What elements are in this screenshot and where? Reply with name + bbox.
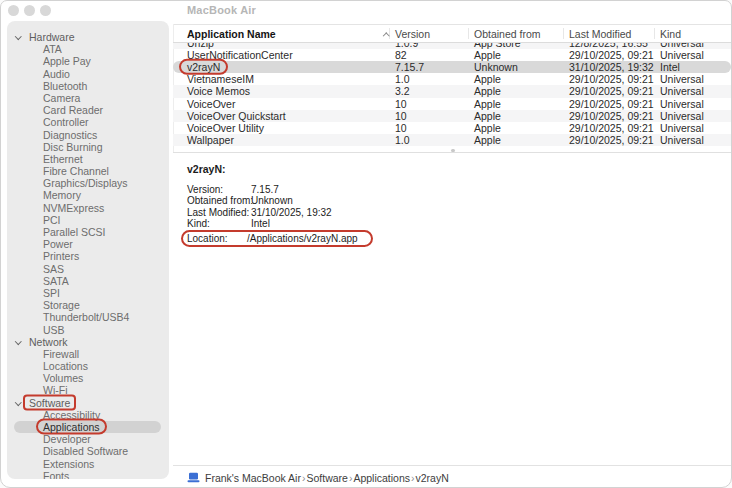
column-divider[interactable] — [654, 28, 655, 39]
sidebar-item-ata[interactable]: ATA — [14, 43, 161, 55]
breadcrumb-segment-frank-s-macbook-air[interactable]: Frank's MacBook Air — [205, 472, 301, 484]
version-cell: 3.2 — [395, 85, 410, 97]
column-divider[interactable] — [563, 28, 564, 39]
sidebar-item-fonts[interactable]: Fonts — [14, 470, 161, 479]
sidebar-item-spi[interactable]: SPI — [14, 287, 161, 299]
sidebar-item-disabled-software[interactable]: Disabled Software — [14, 445, 161, 457]
breadcrumb-segment-v2rayn[interactable]: v2rayN — [416, 472, 449, 484]
kind-cell: Universal — [660, 73, 704, 85]
sidebar-item-applications[interactable]: Applications — [14, 421, 161, 433]
sidebar-item-parallel-scsi[interactable]: Parallel SCSI — [14, 226, 161, 238]
detail-field-value: Intel — [251, 218, 270, 229]
table-row-voiceover[interactable]: VoiceOver10Apple29/10/2025, 09:21Univers… — [173, 98, 731, 110]
sidebar-item-label: Disc Burning — [43, 141, 103, 153]
sidebar-item-label: Parallel SCSI — [43, 226, 105, 238]
column-header-application-name[interactable]: Application Name — [187, 25, 276, 43]
detail-field-label: Obtained from: — [187, 195, 251, 206]
sidebar-item-sas[interactable]: SAS — [14, 263, 161, 275]
sidebar-item-fibre-channel[interactable]: Fibre Channel — [14, 165, 161, 177]
breadcrumb-segment-applications[interactable]: Applications — [353, 472, 410, 484]
laptop-icon — [187, 472, 200, 483]
sidebar-item-printers[interactable]: Printers — [14, 250, 161, 262]
sidebar-item-label: USB — [43, 324, 65, 336]
detail-field-label: Location: — [187, 233, 247, 244]
sidebar-item-card-reader[interactable]: Card Reader — [14, 104, 161, 116]
sidebar-item-usb[interactable]: USB — [14, 324, 161, 336]
sidebar-item-sata[interactable]: SATA — [14, 275, 161, 287]
sidebar-item-apple-pay[interactable]: Apple Pay — [14, 55, 161, 67]
sidebar-item-disc-burning[interactable]: Disc Burning — [14, 141, 161, 153]
sidebar-item-label: Disabled Software — [43, 445, 128, 457]
breadcrumb-segment-software[interactable]: Software — [306, 472, 347, 484]
sidebar-item-locations[interactable]: Locations — [14, 360, 161, 372]
table-row-voiceover-quickstart[interactable]: VoiceOver Quickstart10Apple29/10/2025, 0… — [173, 110, 731, 122]
last-modified-cell: 29/10/2025, 09:21 — [569, 110, 654, 122]
sidebar-item-volumes[interactable]: Volumes — [14, 372, 161, 384]
breadcrumb: Frank's MacBook Air›Software›Application… — [205, 472, 449, 484]
column-divider[interactable] — [468, 28, 469, 39]
sidebar-item-camera[interactable]: Camera — [14, 92, 161, 104]
sidebar-item-label: Diagnostics — [43, 129, 97, 141]
column-divider[interactable] — [389, 28, 390, 39]
sidebar-item-nvmexpress[interactable]: NVMExpress — [14, 202, 161, 214]
last-modified-cell: 29/10/2025, 09:21 — [569, 98, 654, 110]
sidebar-item-pci[interactable]: PCI — [14, 214, 161, 226]
app-name-cell: Wallpaper — [187, 134, 234, 146]
system-information-window: MacBook Air HardwareATAApple PayAudioBlu… — [0, 0, 732, 488]
sidebar-item-label: SATA — [43, 275, 69, 287]
sidebar-item-label: Ethernet — [43, 153, 83, 165]
sidebar-item-bluetooth[interactable]: Bluetooth — [14, 80, 161, 92]
sidebar-item-developer[interactable]: Developer — [14, 433, 161, 445]
table-row-voice-memos[interactable]: Voice Memos3.2Apple29/10/2025, 09:21Univ… — [173, 85, 731, 97]
zoom-button[interactable] — [40, 5, 51, 16]
last-modified-cell: 29/10/2025, 09:21 — [569, 122, 654, 134]
table-row-wallpaper[interactable]: Wallpaper1.0Apple29/10/2025, 09:21Univer… — [173, 134, 731, 146]
minimize-button[interactable] — [24, 5, 35, 16]
sidebar-item-power[interactable]: Power — [14, 238, 161, 250]
column-header-obtained-from[interactable]: Obtained from — [474, 25, 541, 43]
sidebar-item-extensions[interactable]: Extensions — [14, 458, 161, 470]
table-row-v2rayn[interactable]: v2rayN7.15.7Unknown31/10/2025, 19:32Inte… — [173, 61, 731, 73]
kind-cell: Universal — [660, 85, 704, 97]
sidebar-item-label: Thunderbolt/USB4 — [43, 311, 129, 323]
sidebar-item-label: Bluetooth — [43, 80, 87, 92]
version-cell: 10 — [395, 110, 407, 122]
sidebar-item-storage[interactable]: Storage — [14, 299, 161, 311]
column-header-version[interactable]: Version — [395, 25, 430, 43]
content-pane: Application NameVersionObtained fromLast… — [173, 1, 731, 487]
sidebar: HardwareATAApple PayAudioBluetoothCamera… — [7, 21, 169, 479]
detail-field-version: Version:7.15.7 — [187, 184, 373, 195]
sidebar-item-label: Memory — [43, 189, 81, 201]
sidebar-item-thunderbolt-usb4[interactable]: Thunderbolt/USB4 — [14, 311, 161, 323]
sidebar-item-network[interactable]: Network — [14, 336, 161, 348]
last-modified-cell: 29/10/2025, 09:21 — [569, 49, 654, 61]
detail-field-label: Kind: — [187, 218, 251, 229]
sidebar-item-firewall[interactable]: Firewall — [14, 348, 161, 360]
sidebar-item-audio[interactable]: Audio — [14, 68, 161, 80]
close-button[interactable] — [8, 5, 19, 16]
chevron-down-icon — [15, 33, 21, 39]
app-name-cell: v2rayN — [179, 59, 228, 75]
table-row-usernotificationcenter[interactable]: UserNotificationCenter82Apple29/10/2025,… — [173, 49, 731, 61]
sidebar-item-label: SPI — [43, 287, 60, 299]
obtained-from-cell: Unknown — [474, 61, 518, 73]
sidebar-item-hardware[interactable]: Hardware — [14, 31, 161, 43]
app-name-cell: VietnameseIM — [187, 73, 254, 85]
sidebar-item-ethernet[interactable]: Ethernet — [14, 153, 161, 165]
details-pane: v2rayN: Version:7.15.7Obtained from:Unkn… — [173, 153, 731, 465]
table-row-voiceover-utility[interactable]: VoiceOver Utility10Apple29/10/2025, 09:2… — [173, 122, 731, 134]
kind-cell: Universal — [660, 110, 704, 122]
splitter-handle-icon[interactable] — [451, 149, 455, 152]
column-header-last-modified[interactable]: Last Modified — [569, 25, 631, 43]
sidebar-item-software[interactable]: Software — [14, 397, 161, 409]
sidebar-item-diagnostics[interactable]: Diagnostics — [14, 129, 161, 141]
sidebar-item-controller[interactable]: Controller — [14, 116, 161, 128]
table-row-vietnameseim[interactable]: VietnameseIM1.0Apple29/10/2025, 09:21Uni… — [173, 73, 731, 85]
kind-cell: Intel — [660, 61, 680, 73]
sidebar-item-memory[interactable]: Memory — [14, 189, 161, 201]
chevron-down-icon — [15, 399, 21, 405]
column-header-kind[interactable]: Kind — [660, 25, 681, 43]
application-table: Unzip1.0.9App Store12/8/2025, 16:55Unive… — [173, 43, 731, 147]
sidebar-item-graphics-displays[interactable]: Graphics/Displays — [14, 177, 161, 189]
last-modified-cell: 29/10/2025, 09:21 — [569, 73, 654, 85]
